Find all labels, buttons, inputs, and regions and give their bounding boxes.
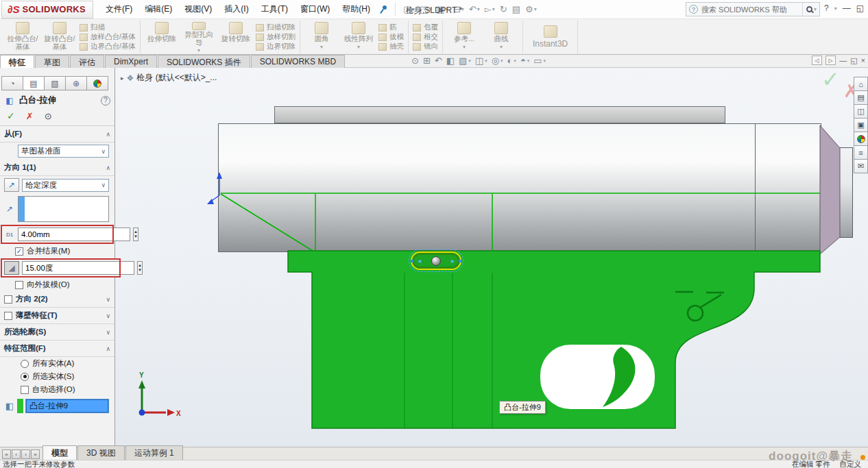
ok-button[interactable]: ✓ [7, 110, 15, 121]
search-submit-button[interactable]: ▾ [802, 3, 817, 16]
lofted-cut-button[interactable]: 放样切割 [256, 32, 296, 42]
linear-pattern-button[interactable]: 线性阵列 ▾ [341, 21, 376, 53]
property-manager-tab[interactable]: ▤ [23, 76, 45, 90]
search-input[interactable] [701, 5, 799, 14]
auto-select-option[interactable]: 自动选择(O) [0, 383, 114, 396]
file-properties-button[interactable]: ▤ [510, 3, 522, 16]
tab-solidworks-mbd[interactable]: SOLIDWORKS MBD [251, 55, 345, 68]
extruded-cut-button[interactable]: 拉伸切除 [145, 21, 179, 53]
previous-view-button[interactable]: ↶ [435, 56, 442, 66]
section-thin-feature[interactable]: 薄壁特征(T) ∨ [0, 308, 114, 324]
slot-handle-dot[interactable] [411, 260, 413, 262]
apply-scene-button[interactable]: ◓▾ [520, 56, 529, 66]
section-from[interactable]: 从(F) ∧ [0, 126, 114, 143]
body-list-item[interactable]: 凸台-拉伸9 [26, 399, 108, 412]
merge-checkbox[interactable]: ✓ [15, 247, 23, 256]
tab-dimxpert[interactable]: DimXpert [105, 55, 157, 68]
menu-view[interactable]: 视图(V) [179, 1, 217, 17]
rebuild-button[interactable]: ↻ [498, 3, 509, 16]
swept-cut-button[interactable]: 扫描切除 [256, 23, 296, 32]
undo-button[interactable]: ↶▾ [467, 3, 482, 16]
intersect-button[interactable]: 相交 [413, 32, 438, 42]
section-selected-contours[interactable]: 所选轮廓(S) ∨ [0, 324, 114, 341]
selected-bodies-radio[interactable] [21, 373, 29, 381]
graphics-viewport[interactable]: ▸ ❖ 枪身 (默认<<默认>_... ✓ ✗ ⌂ ▤ ◫ ▣ ≡ ✉ [115, 68, 868, 447]
tab-sketch[interactable]: 草图 [35, 55, 69, 68]
boundary-boss-button[interactable]: 边界凸台/基体 [80, 42, 136, 51]
end-condition-dropdown[interactable]: 给定深度 ∨ [22, 179, 109, 192]
depth-stepper[interactable]: ▲▼ [133, 227, 138, 241]
tab-motion-study[interactable]: 运动算例 1 [125, 445, 183, 460]
all-bodies-option[interactable]: 所有实体(A) [0, 357, 114, 370]
extruded-boss-button[interactable]: 拉伸凸台/基体 [5, 21, 40, 53]
pin-menu-icon[interactable] [378, 5, 388, 14]
revolved-boss-button[interactable]: 旋转凸台/基体 [43, 21, 77, 53]
shell-button[interactable]: 抽壳 [378, 42, 404, 51]
depth-input[interactable] [18, 227, 130, 241]
menu-window[interactable]: 窗口(W) [295, 1, 335, 17]
prev-tab-button[interactable]: ‹ [12, 449, 21, 459]
mirror-button[interactable]: 镜向 [413, 42, 438, 51]
configuration-manager-tab[interactable]: ▧ [44, 76, 66, 90]
view-orientation-button[interactable]: ▧▾ [459, 56, 471, 66]
model-chamfer-face[interactable] [820, 125, 840, 254]
menu-tools[interactable]: 工具(T) [256, 1, 293, 17]
zoom-to-fit-button[interactable]: ⊙ [411, 56, 419, 66]
first-tab-button[interactable]: « [2, 449, 11, 459]
lofted-boss-button[interactable]: 放样凸台/基体 [80, 32, 136, 42]
doc-minimize-button[interactable]: — [839, 56, 847, 64]
slot-handle-dot[interactable] [459, 260, 461, 262]
minimize-button[interactable]: — [843, 3, 851, 13]
tab-solidworks-addins[interactable]: SOLIDWORKS 插件 [158, 55, 250, 68]
preview-eye-button[interactable]: ⊙ [45, 111, 52, 121]
next-document-button[interactable]: ▷ [825, 56, 836, 65]
fillet-button[interactable]: 圆角 ▾ [304, 21, 339, 53]
section-view-button[interactable]: ◧ [446, 56, 455, 66]
help-search-box[interactable]: ? ▾ [686, 2, 820, 16]
doc-close-button[interactable]: × [861, 56, 865, 64]
edit-appearance-button[interactable]: ◐▾ [507, 56, 516, 66]
next-tab-button[interactable]: › [21, 449, 30, 459]
tab-3d-views[interactable]: 3D 视图 [77, 445, 125, 460]
doc-restore-button[interactable]: ◱ [850, 56, 857, 65]
draft-outward-row[interactable]: 向外拔模(O) [0, 278, 114, 291]
thin-feature-checkbox[interactable] [4, 312, 12, 320]
previous-document-button[interactable]: ◁ [812, 56, 822, 65]
boundary-cut-button[interactable]: 边界切除 [256, 42, 296, 51]
curves-button[interactable]: 曲线 ▾ [484, 21, 518, 53]
drag-handle-sphere[interactable] [431, 256, 441, 266]
direction-selection-box[interactable] [18, 196, 109, 222]
menu-help[interactable]: 帮助(H) [337, 1, 376, 17]
cancel-button[interactable]: ✗ [26, 111, 34, 121]
revolved-cut-button[interactable]: 旋转切除 [219, 21, 253, 53]
section-direction2[interactable]: 方向 2(2) ∨ [0, 291, 114, 308]
display-style-button[interactable]: ◫▾ [475, 56, 487, 66]
all-bodies-radio[interactable] [21, 360, 29, 368]
rib-button[interactable]: 筋 [378, 23, 404, 32]
draft-angle-input[interactable] [22, 261, 134, 275]
merge-result-row[interactable]: ✓ 合并结果(M) [0, 245, 114, 258]
draft-button[interactable]: 拔模 [378, 32, 404, 42]
tab-evaluate[interactable]: 评估 [70, 55, 104, 68]
options-button[interactable]: ⚙▾ [523, 3, 539, 16]
solidworks-logo[interactable]: ∂S SOLIDWORKS [1, 1, 93, 19]
select-button[interactable]: ▻▾ [483, 3, 497, 16]
bodies-list[interactable]: 凸台-拉伸9 [25, 399, 109, 413]
sketch-slot-highlight[interactable]: ◂ ▸ [411, 251, 461, 270]
draft-stepper[interactable]: ▲▼ [137, 261, 143, 275]
tab-features[interactable]: 特征 [0, 55, 34, 68]
draft-outward-checkbox[interactable] [15, 281, 23, 289]
app-help-button[interactable]: ? [824, 3, 829, 13]
menu-edit[interactable]: 编辑(E) [139, 1, 178, 17]
hole-wizard-button[interactable]: 异型孔向导 ▾ [182, 21, 216, 53]
menu-file[interactable]: 文件(F) [100, 1, 138, 17]
display-manager-tab[interactable] [86, 76, 108, 90]
zoom-to-area-button[interactable]: ⊞ [423, 56, 431, 66]
section-direction1[interactable]: 方向 1(1) ∧ [0, 160, 114, 176]
draft-on-off-button[interactable]: ◢ [4, 261, 19, 275]
wrap-button[interactable]: 包覆 [413, 23, 438, 32]
last-tab-button[interactable]: » [31, 449, 40, 459]
swept-boss-button[interactable]: 扫描 [80, 23, 136, 32]
menu-insert[interactable]: 插入(I) [219, 1, 254, 17]
auto-select-checkbox[interactable] [21, 386, 29, 394]
